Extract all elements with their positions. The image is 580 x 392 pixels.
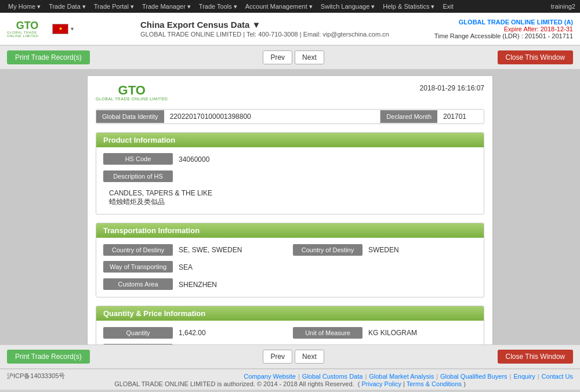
logo-text: GTO (16, 20, 39, 31)
declared-month-value: 201701 (437, 110, 484, 124)
divider3: | (436, 373, 438, 380)
expire-label: Expire After: 2018-12-31 (434, 26, 573, 32)
description-of-hs-label: Description of HS (103, 170, 173, 182)
nav-exit[interactable]: Exit (439, 2, 456, 12)
header-bar: GTO GLOBAL TRADE ONLINE LIMITED ★ ▾ Chin… (0, 13, 580, 45)
nav-buttons-top: Prev Next (263, 50, 324, 64)
flag-dropdown-arrow: ▾ (71, 26, 74, 32)
logo-area: GTO GLOBAL TRADE ONLINE LIMITED ★ ▾ (7, 16, 135, 42)
nav-trade-portal[interactable]: Trade Portal ▾ (90, 2, 137, 12)
logo: GTO GLOBAL TRADE ONLINE LIMITED (7, 16, 48, 42)
country-dest-label2: Country of Destiny (293, 244, 362, 256)
icp-number: 沪ICP备14033305号 (7, 372, 65, 380)
description-label-row: Description of HS (103, 170, 477, 182)
print-button-top[interactable]: Print Trade Record(s) (7, 50, 90, 64)
product-section: Product Information HS Code 34060000 Des… (96, 132, 484, 215)
card-logo: GTO GLOBAL TRADE ONLINE LIMITED (96, 84, 168, 101)
country-dest-label: Country of Destiny (103, 244, 173, 256)
cargo-value-row: Cargo Value (USD) 9,954.00 (103, 344, 477, 344)
card-logo-sub: GLOBAL TRADE ONLINE LIMITED (96, 97, 168, 101)
quantity-left: Quantity 1,642.00 (103, 326, 287, 339)
quantity-row: Quantity 1,642.00 Unit of Measure KG KIL… (103, 326, 477, 339)
close-button-bottom[interactable]: Close This Window (498, 350, 573, 364)
nav-help-statistics[interactable]: Help & Statistics ▾ (379, 2, 438, 12)
customs-area-row: Customs Area SHENZHEN (103, 278, 477, 291)
user-link[interactable]: GLOBAL TRADE ONLINE LIMITED (A) (434, 19, 573, 26)
identity-value: 220220170100001398800 (164, 110, 381, 124)
footer-link-customs[interactable]: Global Customs Data (302, 373, 363, 380)
nav-my-home[interactable]: My Home ▾ (5, 2, 44, 12)
identity-label: Global Data Identity (96, 110, 164, 123)
cargo-value-value: 9,954.00 (173, 344, 477, 344)
flag-selector[interactable]: ★ ▾ (52, 24, 74, 34)
country-dest-row: Country of Destiny SE, SWE, SWEDEN Count… (103, 244, 477, 256)
cargo-value-label: Cargo Value (USD) (103, 344, 173, 344)
main-content: GTO GLOBAL TRADE ONLINE LIMITED 2018-01-… (0, 70, 580, 344)
nav-buttons-bottom: Prev Next (263, 350, 324, 364)
footer-copyright: GLOBAL TRADE ONLINE LIMITED is authorize… (7, 380, 573, 387)
way-transporting-value: SEA (173, 261, 477, 274)
country-dest-name: SWEDEN (362, 244, 477, 256)
logo-subtext: GLOBAL TRADE ONLINE LIMITED (7, 31, 48, 38)
nav-user: training2 (551, 3, 575, 10)
page-title-area: China Export Census Data ▼ GLOBAL TRADE … (135, 20, 434, 38)
country-dest-left: Country of Destiny SE, SWE, SWEDEN (103, 244, 287, 256)
unit-value: KG KILOGRAM (362, 326, 477, 339)
action-bar-top: Print Trade Record(s) Prev Next Close Th… (0, 45, 580, 70)
header-right: GLOBAL TRADE ONLINE LIMITED (A) Expire A… (434, 19, 573, 39)
footer-link-enquiry[interactable]: Enquiry (513, 373, 535, 380)
product-section-header: Product Information (96, 133, 484, 147)
footer-link-company[interactable]: Company Website (244, 373, 296, 380)
customs-area-value: SHENZHEN (173, 278, 477, 291)
nav-trade-manager[interactable]: Trade Manager ▾ (139, 2, 194, 12)
transport-section-header: Transportation Information (96, 223, 484, 238)
hs-code-row: HS Code 34060000 (103, 153, 477, 166)
top-nav: My Home ▾ Trade Data ▾ Trade Portal ▾ Tr… (0, 0, 580, 13)
footer-link-contact[interactable]: Contact Us (542, 373, 573, 380)
product-section-body: HS Code 34060000 Description of HS CANDL… (96, 147, 484, 214)
divider2: | (365, 373, 367, 380)
description-en: CANDLES, TAPERS & THE LIKE (109, 189, 471, 197)
card-timestamp: 2018-01-29 16:16:07 (420, 84, 484, 92)
divider4: | (510, 373, 512, 380)
transport-section: Transportation Information Country of De… (96, 223, 484, 297)
next-button-top[interactable]: Next (295, 50, 324, 64)
country-dest-code: SE, SWE, SWEDEN (173, 244, 287, 256)
prev-button-bottom[interactable]: Prev (263, 350, 292, 364)
print-button-bottom[interactable]: Print Trade Record(s) (7, 350, 90, 364)
close-button-top[interactable]: Close This Window (498, 50, 573, 64)
prev-button-top[interactable]: Prev (263, 50, 292, 64)
quantity-section-header: Quantity & Price Information (96, 306, 484, 321)
nav-trade-tools[interactable]: Trade Tools ▾ (195, 2, 241, 12)
declared-month-label: Declared Month (380, 110, 437, 123)
quantity-value: 1,642.00 (173, 326, 287, 339)
action-bar-bottom: Print Trade Record(s) Prev Next Close Th… (0, 344, 580, 369)
footer-links: Company Website | Global Customs Data | … (244, 373, 573, 380)
footer-link-market[interactable]: Global Market Analysis (369, 373, 434, 380)
customs-area-label: Customs Area (103, 278, 173, 290)
divider5: | (538, 373, 539, 380)
footer-terms[interactable]: Terms & Conditions (407, 380, 462, 387)
footer-privacy[interactable]: Privacy Policy (361, 380, 401, 387)
page-title: China Export Census Data ▼ (140, 20, 434, 30)
description-block: CANDLES, TAPERS & THE LIKE 蜡烛蜡炬及类似品 (103, 187, 477, 208)
page-title-arrow: ▼ (252, 20, 261, 30)
identity-row: Global Data Identity 2202201701000013988… (96, 109, 484, 124)
hs-code-label: HS Code (103, 153, 173, 165)
footer-inner: 沪ICP备14033305号 Company Website | Global … (7, 372, 573, 380)
quantity-label: Quantity (103, 327, 173, 339)
country-dest-right: Country of Destiny SWEDEN (293, 244, 477, 256)
nav-trade-data[interactable]: Trade Data ▾ (45, 2, 89, 12)
nav-switch-language[interactable]: Switch Language ▾ (317, 2, 378, 12)
hs-code-value: 34060000 (173, 153, 477, 166)
bottom-footer: 沪ICP备14033305号 Company Website | Global … (0, 369, 580, 390)
footer-link-buyers[interactable]: Global Qualified Buyers (440, 373, 507, 380)
nav-menu-left: My Home ▾ Trade Data ▾ Trade Portal ▾ Tr… (5, 2, 457, 12)
next-button-bottom[interactable]: Next (295, 350, 324, 364)
way-transporting-row: Way of Transporting SEA (103, 261, 477, 274)
quantity-section-body: Quantity 1,642.00 Unit of Measure KG KIL… (96, 321, 484, 344)
nav-account-management[interactable]: Account Management ▾ (242, 2, 316, 12)
card-header: GTO GLOBAL TRADE ONLINE LIMITED 2018-01-… (96, 84, 484, 101)
description-cn: 蜡烛蜡炬及类似品 (109, 197, 471, 207)
transport-section-body: Country of Destiny SE, SWE, SWEDEN Count… (96, 238, 484, 297)
